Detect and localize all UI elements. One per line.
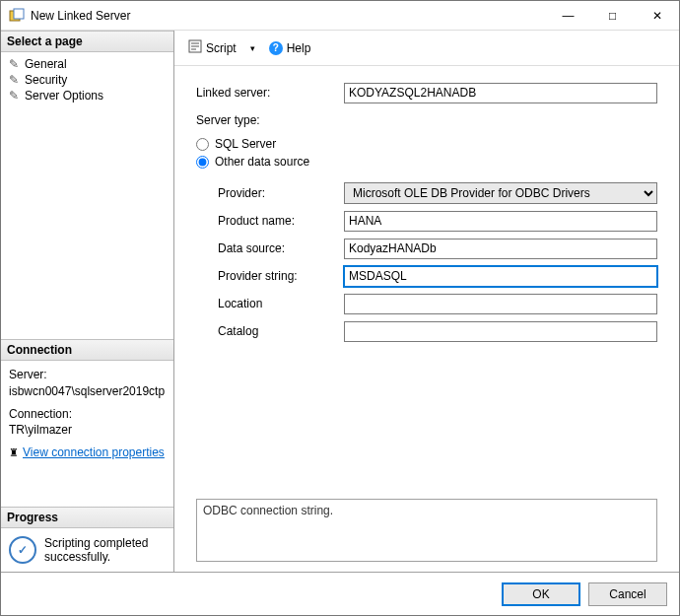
cancel-button-label: Cancel [609,587,646,601]
close-icon: ✕ [652,9,662,23]
close-button[interactable]: ✕ [635,1,679,30]
progress-header: Progress [1,507,173,528]
location-label: Location [196,297,344,310]
server-label: Server: [9,367,166,383]
page-item-security[interactable]: ✎ Security [1,72,173,88]
page-list: ✎ General ✎ Security ✎ Server Options [1,52,173,107]
main-panel: Script ▾ ? Help Linked server: Server ty… [174,31,679,572]
page-item-general[interactable]: ✎ General [1,56,173,72]
provider-label: Provider: [196,186,344,200]
footer: OK Cancel [1,572,679,615]
linked-server-label: Linked server: [196,86,344,100]
maximize-icon: □ [609,9,616,23]
provider-string-label: Provider string: [196,269,344,283]
location-input[interactable] [344,294,657,314]
progress-body: ✓ Scripting completed successfully. [1,528,173,572]
description-text: ODBC connection string. [203,504,333,517]
select-page-header: Select a page [1,31,173,52]
page-item-label: Server Options [25,89,103,103]
provider-string-input[interactable] [344,266,657,287]
connection-header: Connection [1,339,173,361]
product-name-label: Product name: [196,214,344,228]
description-box: ODBC connection string. [196,499,657,562]
server-value: isbwcn0047\sqlserver2019ctp [9,383,166,400]
page-item-server-options[interactable]: ✎ Server Options [1,88,173,103]
title-bar: New Linked Server — □ ✕ [1,1,679,31]
connection-label: Connection: [9,406,166,423]
minimize-icon: — [563,9,575,23]
wrench-icon: ✎ [7,89,21,103]
data-source-input[interactable] [344,239,657,259]
view-connection-properties-link[interactable]: View connection properties [23,445,165,461]
provider-select[interactable]: Microsoft OLE DB Provider for ODBC Drive… [344,182,657,204]
connection-props-icon: ♜ [9,445,19,460]
dialog-window: New Linked Server — □ ✕ Select a page ✎ … [0,0,680,616]
help-icon: ? [269,41,283,55]
ok-button-label: OK [532,587,549,601]
app-icon [9,8,25,24]
sql-server-radio[interactable] [196,138,209,151]
maximize-button[interactable]: □ [590,1,635,30]
progress-message: Scripting completed successfully. [44,536,166,564]
product-name-input[interactable] [344,211,657,232]
page-item-label: General [25,57,67,71]
script-label: Script [206,41,237,55]
script-dropdown[interactable]: Script ▾ [184,37,259,58]
ok-button[interactable]: OK [502,582,580,606]
chevron-down-icon: ▾ [250,43,255,53]
help-button[interactable]: ? Help [265,39,315,57]
form-area: Linked server: Server type: SQL Server O… [174,66,679,356]
other-data-source-radio-label: Other data source [215,155,309,169]
script-icon [188,39,202,56]
help-label: Help [287,41,311,55]
cancel-button[interactable]: Cancel [588,582,667,606]
data-source-label: Data source: [196,241,344,255]
other-data-source-radio[interactable] [196,156,209,169]
wrench-icon: ✎ [7,73,21,87]
toolbar: Script ▾ ? Help [174,31,679,66]
svg-rect-1 [14,9,24,19]
connection-value: TR\yilmazer [9,422,166,439]
page-item-label: Security [25,73,67,87]
window-buttons: — □ ✕ [546,1,679,30]
sidebar: Select a page ✎ General ✎ Security ✎ Ser… [1,31,174,572]
wrench-icon: ✎ [7,57,21,71]
catalog-input[interactable] [344,321,657,342]
server-type-label: Server type: [196,113,344,127]
dialog-body: Select a page ✎ General ✎ Security ✎ Ser… [1,31,679,572]
sql-server-radio-label: SQL Server [215,137,276,151]
catalog-label: Catalog [196,324,344,338]
window-title: New Linked Server [31,9,546,23]
linked-server-input[interactable] [344,83,657,103]
connection-info: Server: isbwcn0047\sqlserver2019ctp Conn… [1,361,173,467]
minimize-button[interactable]: — [546,1,590,30]
success-check-icon: ✓ [9,536,36,564]
